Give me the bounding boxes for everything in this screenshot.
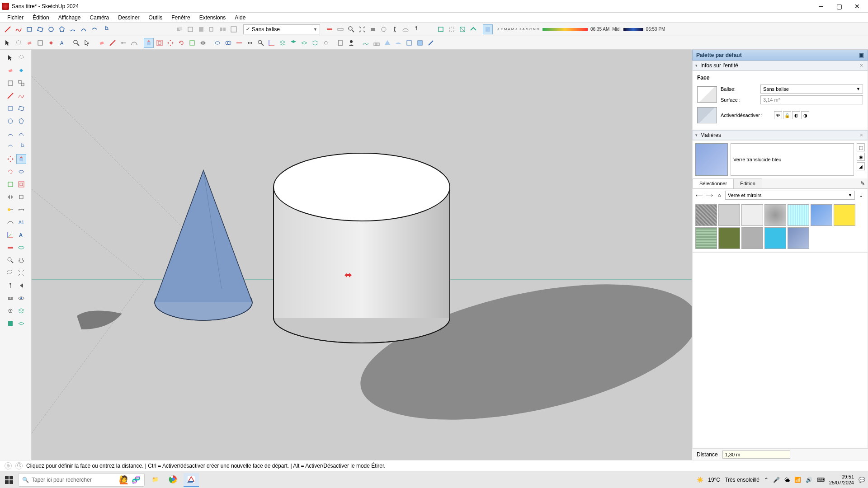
maximize-button[interactable]: ▢ xyxy=(830,1,848,12)
rotate-icon[interactable] xyxy=(5,167,15,177)
scale-tool-icon[interactable] xyxy=(187,38,197,48)
image-igloo-icon[interactable] xyxy=(401,24,410,34)
front-face-swatch[interactable] xyxy=(697,86,717,103)
material-thumb[interactable] xyxy=(788,204,809,226)
pushpull-icon[interactable] xyxy=(16,154,26,164)
viewport[interactable] xyxy=(32,50,692,460)
menu-file[interactable]: Fichier xyxy=(4,14,27,22)
materials-tab-select[interactable]: Sélectionner xyxy=(693,178,734,188)
line-tool-icon[interactable] xyxy=(3,24,13,34)
find-icon[interactable] xyxy=(256,38,266,48)
time-slider[interactable] xyxy=(623,28,643,31)
task-sketchup-icon[interactable] xyxy=(184,473,199,487)
orbit-icon[interactable] xyxy=(16,243,26,253)
task-explorer-icon[interactable]: 📁 xyxy=(147,473,163,487)
materials-tab-edit[interactable]: Édition xyxy=(733,178,762,188)
settings-icon[interactable] xyxy=(321,38,331,48)
materials-close[interactable]: × xyxy=(858,132,865,138)
section-display-icon[interactable] xyxy=(335,24,345,34)
split-icon[interactable] xyxy=(234,38,244,48)
edge-style-icon[interactable] xyxy=(108,38,118,48)
toggle-shadow-icon[interactable]: ◐ xyxy=(792,111,800,119)
xray-icon[interactable] xyxy=(436,24,446,34)
polygon-tool-icon[interactable] xyxy=(57,24,67,34)
material-thumb[interactable] xyxy=(764,204,786,226)
task-chrome-icon[interactable] xyxy=(165,473,181,487)
solid-union-icon[interactable] xyxy=(175,24,184,34)
axes-tool-icon[interactable] xyxy=(5,230,15,240)
walk-person-icon[interactable] xyxy=(411,24,421,34)
select-icon[interactable] xyxy=(5,53,15,63)
person-icon[interactable] xyxy=(346,38,356,48)
protractor-icon[interactable] xyxy=(129,38,139,48)
make-component-icon[interactable] xyxy=(35,38,45,48)
create-material-icon[interactable]: ⬚ xyxy=(857,143,865,151)
2point-arc-tool-icon[interactable] xyxy=(79,24,89,34)
tray-pin-icon[interactable]: ▣ xyxy=(859,52,864,58)
arc2-icon[interactable] xyxy=(16,129,26,139)
lasso-icon[interactable] xyxy=(16,53,26,63)
mat-back-icon[interactable]: ⟸ xyxy=(695,191,703,199)
shaded-icon[interactable] xyxy=(483,24,493,34)
menu-tools[interactable]: Outils xyxy=(145,14,166,22)
camera-icon[interactable] xyxy=(5,293,15,303)
material-thumb[interactable] xyxy=(695,204,717,226)
component-icon[interactable] xyxy=(5,78,15,88)
push-pull-icon[interactable] xyxy=(144,38,154,48)
zoom2-icon[interactable] xyxy=(5,255,15,265)
material-thumb[interactable] xyxy=(695,227,717,249)
solid-outer-shell-icon[interactable] xyxy=(229,24,239,34)
solid-intersect-icon[interactable] xyxy=(185,24,195,34)
look-around-icon[interactable] xyxy=(379,24,389,34)
default-material-icon[interactable]: ◉ xyxy=(857,153,865,161)
minimize-button[interactable]: ─ xyxy=(812,1,830,12)
mat-home-icon[interactable]: ⌂ xyxy=(715,191,723,199)
menu-extensions[interactable]: Extensions xyxy=(196,14,230,22)
tray-mic-icon[interactable]: 🎤 xyxy=(773,477,780,483)
zoom-tool-icon[interactable] xyxy=(346,24,356,34)
toggle-receive-icon[interactable]: ◑ xyxy=(801,111,809,119)
tray-cloud-icon[interactable]: 🌥 xyxy=(784,477,790,483)
sandbox2-icon[interactable] xyxy=(372,38,382,48)
menu-help[interactable]: Aide xyxy=(231,14,249,22)
offset-icon[interactable] xyxy=(16,179,26,189)
back-face-swatch[interactable] xyxy=(697,107,717,123)
group-icon[interactable] xyxy=(16,78,26,88)
hidden-line-icon[interactable] xyxy=(468,24,478,34)
rotate-tool-icon[interactable] xyxy=(176,38,186,48)
text-tool-icon[interactable]: A xyxy=(57,38,67,48)
text-icon[interactable]: A1 xyxy=(16,217,26,227)
move-tool-icon[interactable] xyxy=(165,38,175,48)
mat-menu-icon[interactable]: ⤓ xyxy=(857,191,865,199)
section-icon[interactable] xyxy=(5,243,15,253)
date-slider[interactable] xyxy=(542,28,588,31)
sandbox4-icon[interactable] xyxy=(393,38,403,48)
ext2-icon[interactable] xyxy=(16,319,26,328)
select-tool-icon[interactable] xyxy=(3,38,13,48)
layers4-icon[interactable] xyxy=(310,38,320,48)
start-button[interactable] xyxy=(3,474,15,486)
zoomext-icon[interactable] xyxy=(16,268,26,278)
menu-camera[interactable]: Caméra xyxy=(86,14,113,22)
material-thumb[interactable] xyxy=(718,204,740,226)
freehand-icon[interactable] xyxy=(16,91,26,101)
mat-fwd-icon[interactable]: ⟹ xyxy=(705,191,713,199)
material-name-field[interactable]: Verre translucide bleu xyxy=(731,143,854,176)
gear-icon[interactable] xyxy=(5,306,15,316)
layers-icon[interactable] xyxy=(278,38,288,48)
backedges-icon[interactable] xyxy=(447,24,457,34)
section-plane-icon[interactable] xyxy=(325,24,335,34)
arc-tool-icon[interactable] xyxy=(68,24,78,34)
entity-info-close[interactable]: × xyxy=(858,62,865,69)
ext1-icon[interactable] xyxy=(5,319,15,328)
info-icon[interactable]: ⓘ xyxy=(15,462,23,469)
followme-icon[interactable] xyxy=(16,167,26,177)
tray-up-icon[interactable]: ⌃ xyxy=(764,477,769,483)
extrude-icon[interactable] xyxy=(16,192,26,202)
doc-icon[interactable] xyxy=(335,38,345,48)
material-thumb[interactable] xyxy=(834,204,855,226)
paint-icon[interactable] xyxy=(16,66,26,75)
material-category-select[interactable]: Verre et miroirs▼ xyxy=(725,191,855,200)
rect-icon[interactable] xyxy=(5,103,15,113)
toggle-lock-icon[interactable]: 🔒 xyxy=(783,111,791,119)
